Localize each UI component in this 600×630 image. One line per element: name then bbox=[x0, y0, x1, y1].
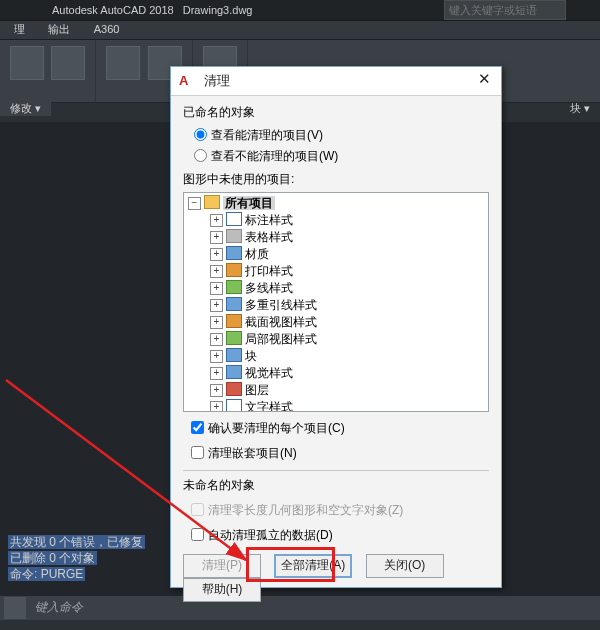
autocad-app: Autodesk AutoCAD 2018 Drawing3.dwg 理 输出 … bbox=[0, 0, 600, 630]
checkbox-input[interactable] bbox=[191, 528, 204, 541]
tree-item-label: 块 bbox=[245, 349, 257, 363]
tree-item[interactable]: +标注样式 bbox=[210, 212, 486, 229]
expand-icon[interactable]: + bbox=[210, 265, 223, 278]
collapse-icon[interactable]: − bbox=[188, 197, 201, 210]
dialog-body: 已命名的对象 查看能清理的项目(V) 查看不能清理的项目(W) 图形中未使用的项… bbox=[171, 96, 501, 608]
tree-root-label: 所有项目 bbox=[223, 196, 275, 210]
purge-all-button[interactable]: 全部清理(A) bbox=[274, 554, 352, 578]
radio-label: 查看能清理的项目(V) bbox=[211, 128, 323, 142]
tree-item[interactable]: +局部视图样式 bbox=[210, 331, 486, 348]
checkbox-zero-length: 清理零长度几何图形和空文字对象(Z) bbox=[187, 500, 489, 519]
radio-input[interactable] bbox=[194, 149, 207, 162]
close-icon[interactable]: ✕ bbox=[467, 67, 501, 93]
document-name: Drawing3.dwg bbox=[183, 4, 253, 16]
radio-view-purgeable[interactable]: 查看能清理的项目(V) bbox=[189, 125, 489, 144]
tree-item[interactable]: +文字样式 bbox=[210, 399, 486, 412]
checkbox-input[interactable] bbox=[191, 421, 204, 434]
checkbox-input[interactable] bbox=[191, 446, 204, 459]
help-search-input[interactable] bbox=[444, 0, 566, 20]
tree-item-label: 截面视图样式 bbox=[245, 315, 317, 329]
tree-item-label: 标注样式 bbox=[245, 213, 293, 227]
tree-item[interactable]: +视觉样式 bbox=[210, 365, 486, 382]
expand-icon[interactable]: + bbox=[210, 384, 223, 397]
app-title: Autodesk AutoCAD 2018 bbox=[52, 4, 174, 16]
tree-root[interactable]: −所有项目 bbox=[188, 195, 486, 212]
autocad-icon bbox=[179, 73, 195, 89]
tree-item[interactable]: +表格样式 bbox=[210, 229, 486, 246]
command-icon[interactable] bbox=[4, 597, 26, 619]
checkbox-label: 清理嵌套项目(N) bbox=[208, 446, 297, 460]
expand-icon[interactable]: + bbox=[210, 248, 223, 261]
ribbon-group bbox=[0, 40, 96, 102]
expand-icon[interactable]: + bbox=[210, 316, 223, 329]
expand-icon[interactable]: + bbox=[210, 401, 223, 412]
dialog-titlebar[interactable]: 清理 ✕ bbox=[171, 67, 501, 96]
item-icon bbox=[226, 314, 242, 328]
expand-icon[interactable]: + bbox=[210, 231, 223, 244]
tree-item-label: 打印样式 bbox=[245, 264, 293, 278]
tree-item[interactable]: +多重引线样式 bbox=[210, 297, 486, 314]
radio-view-nonpurgeable[interactable]: 查看不能清理的项目(W) bbox=[189, 146, 489, 165]
unnamed-objects-label: 未命名的对象 bbox=[183, 477, 489, 494]
expand-icon[interactable]: + bbox=[210, 367, 223, 380]
tree-item[interactable]: +截面视图样式 bbox=[210, 314, 486, 331]
status-line: 命令: PURGE bbox=[8, 566, 145, 582]
tool-icon[interactable] bbox=[10, 46, 44, 80]
checkbox-orphan-data[interactable]: 自动清理孤立的数据(D) bbox=[187, 525, 489, 544]
folder-icon bbox=[204, 195, 220, 209]
item-icon bbox=[226, 246, 242, 260]
ribbon-panel-label[interactable]: 修改 ▾ bbox=[0, 100, 51, 116]
status-line: 已删除 0 个对象 bbox=[8, 550, 145, 566]
purge-button: 清理(P) bbox=[183, 554, 261, 578]
item-icon bbox=[226, 297, 242, 311]
dialog-buttons: 清理(P) 全部清理(A) 关闭(O) 帮助(H) bbox=[183, 554, 489, 602]
tree-item[interactable]: +打印样式 bbox=[210, 263, 486, 280]
expand-icon[interactable]: + bbox=[210, 214, 223, 227]
command-input[interactable]: 键入命令 bbox=[31, 596, 83, 618]
status-line: 共发现 0 个错误，已修复 bbox=[8, 534, 145, 550]
expand-icon[interactable]: + bbox=[210, 350, 223, 363]
menubar[interactable]: 理 输出 A360 bbox=[0, 21, 600, 40]
tree-item-label: 表格样式 bbox=[245, 230, 293, 244]
menu-item[interactable]: A360 bbox=[84, 22, 130, 36]
tree-item[interactable]: +多线样式 bbox=[210, 280, 486, 297]
tree-item-label: 图层 bbox=[245, 383, 269, 397]
expand-icon[interactable]: + bbox=[210, 299, 223, 312]
checkbox-label: 清理零长度几何图形和空文字对象(Z) bbox=[208, 503, 403, 517]
tree-item-label: 视觉样式 bbox=[245, 366, 293, 380]
tree-item[interactable]: +块 bbox=[210, 348, 486, 365]
checkbox-label: 确认要清理的每个项目(C) bbox=[208, 421, 345, 435]
named-objects-label: 已命名的对象 bbox=[183, 104, 489, 121]
item-icon bbox=[226, 263, 242, 277]
ribbon-panel-label[interactable]: 块 ▾ bbox=[560, 100, 600, 116]
titlebar: Autodesk AutoCAD 2018 Drawing3.dwg bbox=[0, 0, 600, 21]
item-icon bbox=[226, 280, 242, 294]
checkbox-input bbox=[191, 503, 204, 516]
expand-icon[interactable]: + bbox=[210, 282, 223, 295]
close-button[interactable]: 关闭(O) bbox=[366, 554, 444, 578]
tree-item-label: 材质 bbox=[245, 247, 269, 261]
menu-item[interactable]: 输出 bbox=[38, 21, 80, 38]
tree-item[interactable]: +图层 bbox=[210, 382, 486, 399]
item-icon bbox=[226, 229, 242, 243]
tree-item[interactable]: +材质 bbox=[210, 246, 486, 263]
tree-item-label: 多重引线样式 bbox=[245, 298, 317, 312]
tool-icon[interactable] bbox=[106, 46, 140, 80]
checkbox-label: 自动清理孤立的数据(D) bbox=[208, 528, 333, 542]
item-icon bbox=[226, 382, 242, 396]
purge-tree[interactable]: −所有项目 +标注样式+表格样式+材质+打印样式+多线样式+多重引线样式+截面视… bbox=[183, 192, 489, 412]
command-history: 共发现 0 个错误，已修复 已删除 0 个对象 命令: PURGE bbox=[8, 534, 145, 582]
checkbox-nested[interactable]: 清理嵌套项目(N) bbox=[187, 443, 489, 462]
help-button[interactable]: 帮助(H) bbox=[183, 578, 261, 602]
tree-item-label: 文字样式 bbox=[245, 400, 293, 412]
radio-label: 查看不能清理的项目(W) bbox=[211, 149, 338, 163]
radio-input[interactable] bbox=[194, 128, 207, 141]
menu-item[interactable]: 理 bbox=[4, 21, 35, 38]
expand-icon[interactable]: + bbox=[210, 333, 223, 346]
tree-item-label: 多线样式 bbox=[245, 281, 293, 295]
item-icon bbox=[226, 212, 242, 226]
tree-caption: 图形中未使用的项目: bbox=[183, 171, 489, 188]
item-icon bbox=[226, 365, 242, 379]
checkbox-confirm-each[interactable]: 确认要清理的每个项目(C) bbox=[187, 418, 489, 437]
tool-icon[interactable] bbox=[51, 46, 85, 80]
